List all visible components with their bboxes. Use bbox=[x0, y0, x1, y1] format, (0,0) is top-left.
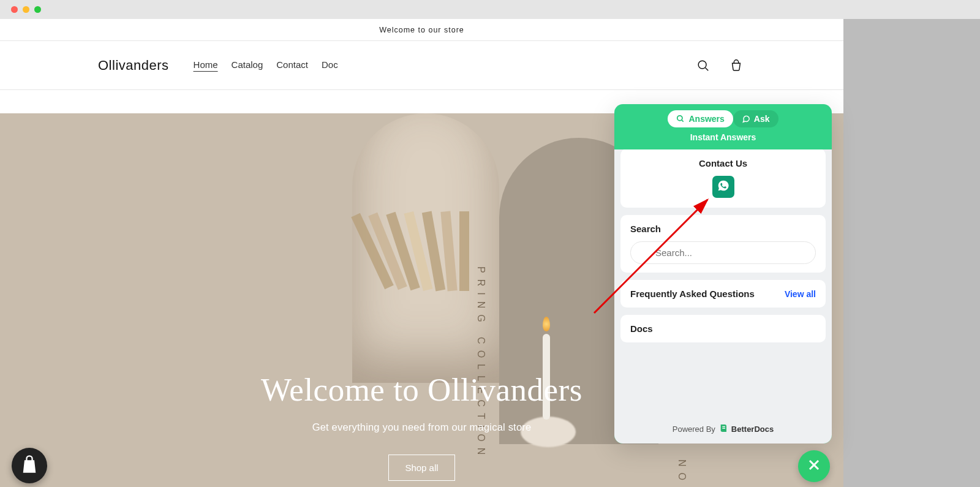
main-nav: Home Catalog Contact Doc bbox=[194, 59, 338, 71]
cart-icon[interactable] bbox=[727, 56, 745, 75]
header-actions bbox=[694, 56, 745, 75]
hero-content: Welcome to Ollivanders Get everything yo… bbox=[261, 371, 582, 481]
help-widget: Answers Ask Instant Answers Contact Us S… bbox=[614, 104, 832, 444]
help-subtitle: Instant Answers bbox=[614, 132, 832, 149]
svg-point-2 bbox=[677, 116, 682, 121]
help-footer: Powered By BetterDocs bbox=[614, 417, 832, 444]
faq-title: Frequently Asked Questions bbox=[630, 289, 755, 299]
help-tabs: Answers Ask bbox=[614, 104, 832, 132]
contact-us-title: Contact Us bbox=[630, 158, 816, 168]
whatsapp-icon bbox=[717, 179, 729, 194]
docs-card[interactable]: Docs bbox=[620, 315, 826, 342]
search-card: Search bbox=[620, 215, 826, 273]
tab-answers-label: Answers bbox=[688, 114, 724, 124]
page: Welcome to our store Ollivanders Home Ca… bbox=[0, 19, 843, 487]
svg-line-1 bbox=[706, 67, 709, 70]
header: Ollivanders Home Catalog Contact Doc bbox=[0, 41, 843, 90]
betterdocs-link[interactable]: BetterDocs bbox=[719, 423, 774, 435]
svg-line-3 bbox=[682, 120, 684, 122]
help-search-input[interactable] bbox=[630, 241, 816, 264]
tab-answers[interactable]: Answers bbox=[668, 110, 733, 127]
whatsapp-button[interactable] bbox=[712, 176, 734, 198]
close-widget-button[interactable] bbox=[798, 450, 830, 482]
help-body: Contact Us Search Frequently Asked Quest… bbox=[614, 149, 832, 417]
window-minimize-dot[interactable] bbox=[23, 6, 29, 13]
site-brand[interactable]: Ollivanders bbox=[98, 58, 169, 74]
faq-card: Frequently Asked Questions View all bbox=[620, 280, 826, 308]
shop-all-button[interactable]: Shop all bbox=[388, 455, 454, 481]
hero-bg-books bbox=[361, 211, 490, 364]
docs-title: Docs bbox=[630, 323, 816, 334]
window-close-dot[interactable] bbox=[11, 6, 18, 13]
tab-ask-label: Ask bbox=[754, 114, 770, 124]
close-icon bbox=[807, 458, 821, 475]
nav-catalog[interactable]: Catalog bbox=[232, 59, 263, 71]
shopify-fab[interactable] bbox=[12, 448, 47, 483]
window-maximize-dot[interactable] bbox=[34, 6, 41, 13]
tab-ask[interactable]: Ask bbox=[733, 110, 778, 127]
svg-point-0 bbox=[698, 61, 706, 69]
search-input-wrap bbox=[630, 234, 816, 264]
nav-contact[interactable]: Contact bbox=[276, 59, 308, 71]
shopify-bag-icon bbox=[20, 455, 39, 477]
betterdocs-icon bbox=[719, 423, 729, 435]
faq-view-all-link[interactable]: View all bbox=[785, 289, 816, 299]
nav-home[interactable]: Home bbox=[194, 59, 218, 71]
announcement-text: Welcome to our store bbox=[379, 26, 464, 34]
announcement-bar: Welcome to our store bbox=[0, 19, 843, 41]
nav-doc[interactable]: Doc bbox=[322, 59, 338, 71]
hero-subtitle: Get everything you need from our magical… bbox=[261, 421, 582, 433]
powered-by-label: Powered By bbox=[673, 425, 715, 434]
betterdocs-label: BetterDocs bbox=[731, 425, 774, 434]
hero-title: Welcome to Ollivanders bbox=[261, 371, 582, 408]
browser-chrome bbox=[0, 0, 980, 19]
contact-us-card: Contact Us bbox=[620, 149, 826, 208]
search-icon[interactable] bbox=[694, 56, 712, 75]
hero-vertical-label-2: NO bbox=[676, 459, 687, 486]
search-card-title: Search bbox=[630, 224, 816, 234]
